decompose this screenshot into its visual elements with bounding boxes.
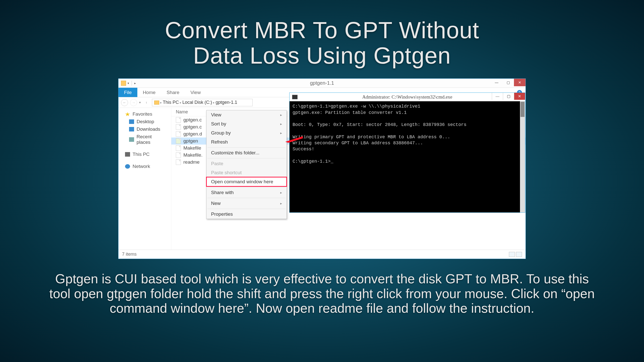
menu-label: Share with (211, 190, 234, 195)
screenshot-composite: ▾ ▸ gptgen-1.1 File Home Share View ⌄ ? … (118, 78, 526, 259)
file-icon (176, 145, 181, 151)
tab-share[interactable]: Share (161, 88, 185, 97)
menu-label: Refresh (211, 139, 228, 145)
menu-label: Open command window here (211, 179, 273, 185)
context-menu: View▸ Sort by▸ Group by▸ Refresh Customi… (206, 110, 287, 219)
ctx-open-command-window[interactable]: Open command window here (207, 177, 287, 186)
crumb-drive[interactable]: Local Disk (C:) (182, 100, 212, 105)
sidebar-thispc[interactable]: This PC (118, 151, 171, 158)
chevron-right-icon: ▸ (280, 201, 282, 205)
chevron-right-icon: ▸ (280, 131, 282, 135)
chevron-down-icon[interactable]: ▾ (128, 81, 129, 85)
sidebar-item-label: Favorites (133, 111, 152, 117)
window-title: gptgen-1.1 (118, 80, 526, 86)
downloads-icon (129, 127, 134, 131)
icons-view-icon[interactable] (516, 252, 522, 257)
title-line-1: Convert MBR To GPT Without (165, 17, 479, 43)
recent-icon (129, 137, 134, 142)
slide-caption: Gptgen is CUI based tool which is very e… (0, 259, 644, 315)
explorer-sidebar: Favorites Desktop Downloads Recent place… (118, 108, 171, 250)
sidebar-item-label: Recent places (137, 134, 167, 145)
maximize-button[interactable]: ▢ (503, 93, 514, 100)
tab-home[interactable]: Home (137, 88, 161, 97)
explorer-titlebar: ▾ ▸ gptgen-1.1 (118, 79, 526, 88)
menu-separator (208, 158, 286, 158)
cmd-window-title: Administrator: C:\Windows\system32\cmd.e… (290, 94, 525, 100)
menu-label: Paste shortcut (211, 170, 242, 175)
forward-button[interactable]: → (130, 99, 137, 106)
file-icon (176, 138, 181, 144)
ctx-refresh[interactable]: Refresh (207, 138, 287, 147)
back-button[interactable]: ← (121, 99, 128, 106)
ctx-paste: Paste (207, 159, 287, 168)
details-view-icon[interactable] (509, 252, 515, 257)
file-icon (176, 152, 181, 158)
cmd-line: C:\gptgen-1.1>gptgen.exe -w \\.\\physica… (293, 104, 420, 109)
chevron-right-icon: ▸ (213, 101, 215, 104)
cmd-icon (292, 95, 298, 99)
ctx-properties[interactable]: Properties (207, 210, 287, 219)
crumb-root[interactable]: This PC (163, 100, 179, 105)
menu-separator (208, 187, 286, 187)
tab-file[interactable]: File (118, 88, 137, 97)
menu-label: View (211, 112, 221, 118)
cmd-line: Boot: 0, Type: 0x7, Start: sector 2048, … (293, 122, 466, 127)
sidebar-desktop[interactable]: Desktop (118, 118, 171, 125)
menu-label: Group by (211, 130, 231, 136)
menu-separator (208, 209, 286, 209)
close-button[interactable]: ✕ (514, 93, 525, 100)
cmd-output[interactable]: C:\gptgen-1.1>gptgen.exe -w \\.\\physica… (290, 101, 525, 212)
cmd-titlebar: Administrator: C:\Windows\system32\cmd.e… (290, 93, 525, 101)
minimize-button[interactable] (491, 79, 502, 86)
sidebar-network[interactable]: Network (118, 163, 171, 170)
file-icon (176, 131, 181, 137)
ctx-groupby[interactable]: Group by▸ (207, 128, 287, 138)
ctx-share-with[interactable]: Share with▸ (207, 188, 287, 197)
chevron-right-icon: ▸ (160, 101, 162, 104)
menu-label: Properties (211, 211, 233, 217)
ctx-view[interactable]: View▸ (207, 110, 287, 119)
menu-separator (208, 198, 286, 198)
ctx-paste-shortcut: Paste shortcut (207, 168, 287, 177)
ctx-sortby[interactable]: Sort by▸ (207, 119, 287, 128)
ctx-new[interactable]: New▸ (207, 199, 287, 208)
file-name: readme (183, 159, 199, 165)
pc-icon (125, 152, 130, 157)
file-name: gptgen.d (183, 131, 202, 137)
close-button[interactable] (514, 79, 526, 86)
up-button[interactable]: ↑ (143, 99, 150, 106)
ctx-customize[interactable]: Customize this folder... (207, 148, 287, 157)
sidebar-recent[interactable]: Recent places (118, 133, 171, 146)
breadcrumb[interactable]: ▸ This PC ▸ Local Disk (C:) ▸ gptgen-1.1 (152, 99, 253, 106)
scrollbar[interactable] (520, 101, 525, 212)
sidebar-item-label: Desktop (137, 119, 154, 124)
folder-icon (121, 81, 126, 86)
chevron-right-icon: ▸ (280, 122, 282, 126)
folder-icon (154, 101, 159, 105)
separator (132, 81, 132, 86)
crumb-folder[interactable]: gptgen-1.1 (216, 100, 237, 105)
file-name: gptgen.c (183, 117, 202, 123)
menu-label: Customize this folder... (211, 150, 259, 156)
recent-locations-icon[interactable]: ▾ (139, 101, 141, 104)
minimize-button[interactable]: — (492, 93, 503, 100)
menu-label: Paste (211, 161, 223, 166)
status-bar: 7 items (118, 250, 526, 259)
file-icon (176, 124, 181, 130)
network-icon (125, 164, 130, 169)
chevron-right-icon: ▸ (180, 101, 181, 104)
cmd-line: Writing secondary GPT to LBA address 838… (293, 141, 423, 146)
maximize-button[interactable] (502, 79, 514, 86)
chevron-right-icon: ▸ (280, 191, 282, 195)
menu-label: Sort by (211, 121, 226, 127)
sidebar-favorites[interactable]: Favorites (118, 110, 171, 118)
sidebar-downloads[interactable]: Downloads (118, 125, 171, 133)
title-line-2: Data Loss Using Gptgen (193, 43, 451, 68)
chevron-right-icon[interactable]: ▸ (134, 81, 136, 85)
menu-separator (208, 147, 286, 148)
scrollbar-thumb[interactable] (520, 102, 525, 117)
view-mode-switcher (509, 252, 522, 257)
tab-view[interactable]: View (185, 88, 206, 97)
sidebar-item-label: Network (133, 164, 150, 169)
cmd-window-controls: — ▢ ✕ (492, 93, 525, 100)
